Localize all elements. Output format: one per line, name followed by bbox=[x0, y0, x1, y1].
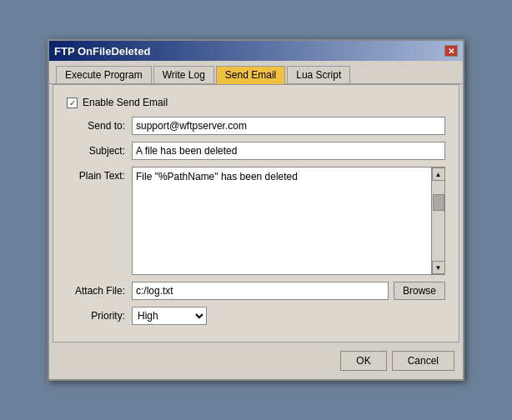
priority-row: Priority: High Normal Low bbox=[67, 307, 445, 325]
close-button[interactable]: ✕ bbox=[444, 45, 458, 57]
ok-button[interactable]: OK bbox=[340, 351, 386, 371]
plain-text-row: Plain Text: ▲ ▼ bbox=[67, 167, 445, 275]
scrollbar-vertical[interactable]: ▲ ▼ bbox=[431, 168, 444, 274]
tab-send-email[interactable]: Send Email bbox=[216, 66, 285, 84]
checkmark-icon: ✓ bbox=[69, 98, 76, 108]
enable-checkbox[interactable]: ✓ bbox=[67, 98, 78, 108]
scroll-up-icon[interactable]: ▲ bbox=[432, 168, 445, 181]
tab-lua-script[interactable]: Lua Script bbox=[287, 66, 350, 83]
plain-text-wrapper: ▲ ▼ bbox=[132, 167, 445, 275]
attach-file-input[interactable] bbox=[132, 282, 389, 300]
attach-file-row: Attach File: Browse bbox=[67, 282, 445, 300]
enable-row: ✓ Enable Send Email bbox=[67, 97, 445, 108]
send-to-row: Send to: bbox=[67, 117, 445, 135]
dialog: FTP OnFileDeleted ✕ Execute Program Writ… bbox=[48, 39, 464, 381]
send-to-label: Send to: bbox=[67, 120, 132, 132]
scroll-thumb[interactable] bbox=[433, 194, 444, 211]
title-bar: FTP OnFileDeleted ✕ bbox=[49, 41, 463, 61]
attach-file-label: Attach File: bbox=[67, 285, 132, 297]
plain-text-input[interactable] bbox=[133, 168, 431, 274]
tab-bar: Execute Program Write Log Send Email Lua… bbox=[49, 61, 463, 84]
enable-label: Enable Send Email bbox=[83, 97, 168, 108]
priority-label: Priority: bbox=[67, 310, 132, 322]
priority-select[interactable]: High Normal Low bbox=[132, 307, 207, 325]
subject-input[interactable] bbox=[132, 142, 445, 160]
send-to-input[interactable] bbox=[132, 117, 445, 135]
form-content: ✓ Enable Send Email Send to: Subject: Pl… bbox=[53, 84, 459, 342]
subject-row: Subject: bbox=[67, 142, 445, 160]
subject-label: Subject: bbox=[67, 145, 132, 157]
footer: OK Cancel bbox=[49, 346, 463, 379]
plain-text-label: Plain Text: bbox=[67, 167, 132, 182]
tab-execute-program[interactable]: Execute Program bbox=[56, 66, 152, 83]
scroll-down-icon[interactable]: ▼ bbox=[432, 261, 445, 274]
cancel-button[interactable]: Cancel bbox=[392, 351, 454, 371]
tab-write-log[interactable]: Write Log bbox=[153, 66, 214, 83]
browse-button[interactable]: Browse bbox=[394, 282, 445, 300]
dialog-title: FTP OnFileDeleted bbox=[54, 45, 150, 58]
